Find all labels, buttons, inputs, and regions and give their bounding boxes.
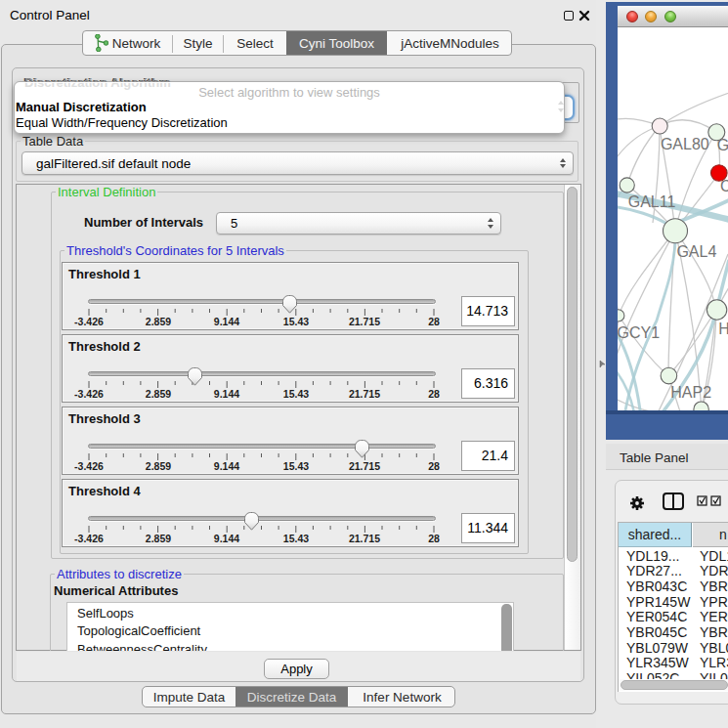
- svg-text:GAL80: GAL80: [661, 136, 709, 152]
- svg-text:HAP2: HAP2: [670, 384, 711, 401]
- svg-text:CY: CY: [720, 178, 728, 194]
- svg-text:GA: GA: [717, 137, 728, 153]
- svg-text:GAL11: GAL11: [628, 193, 676, 210]
- svg-text:GCY1: GCY1: [618, 324, 660, 341]
- svg-text:GAL4: GAL4: [676, 243, 716, 260]
- svg-text:HI: HI: [718, 321, 728, 337]
